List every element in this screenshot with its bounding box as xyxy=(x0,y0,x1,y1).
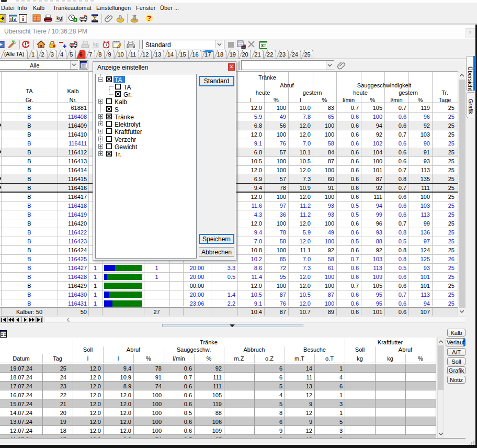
svg-text:kg: kg xyxy=(56,15,62,21)
svg-text:kg: kg xyxy=(93,41,99,47)
svg-text:?: ? xyxy=(147,14,152,23)
